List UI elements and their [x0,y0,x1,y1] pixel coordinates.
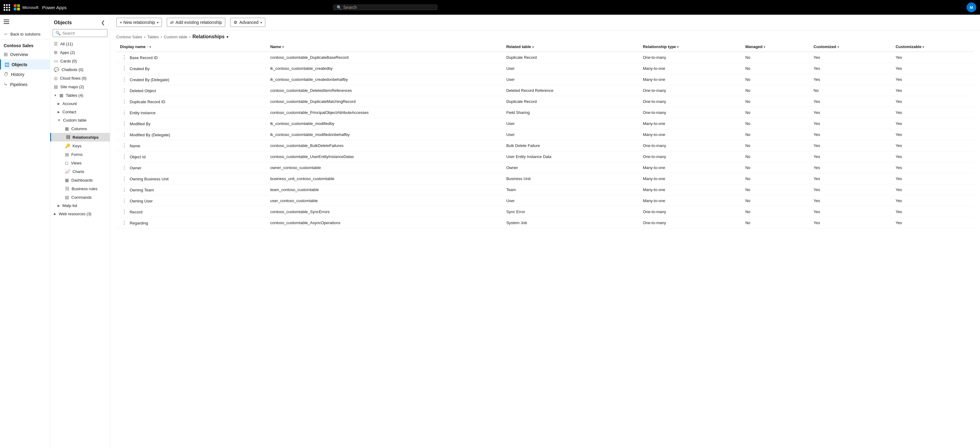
sidebar-item-objects-label: Objects [12,62,27,67]
breadcrumb-custom-table[interactable]: Custom table [164,35,187,39]
commands-icon: ▤ [65,195,69,200]
cell-related-table: User [503,129,639,140]
sidebar-item-pipelines[interactable]: ⤷ Pipelines [0,79,50,89]
advanced-button[interactable]: ⚙ Advanced ▾ [230,18,265,27]
relationship-type-value: Many-to-one [643,132,665,137]
related-table-value: Team [506,187,516,192]
customizable-filter-icon[interactable]: ▾ [923,45,924,49]
objects-list-item-account[interactable]: ▶ Account [50,99,110,108]
table-row: ⋮ Deleted Object contoso_customtable_Del… [116,85,974,96]
breadcrumb-tables[interactable]: Tables [147,35,159,39]
sidebar-item-overview-label: Overview [10,52,28,57]
breadcrumb-current: Relationships [192,34,225,40]
objects-item-webresources-label: Web resources (3) [59,212,92,216]
objects-list-item-sitemaps[interactable]: ▤ Site maps (2) [50,82,110,91]
sidebar-item-overview[interactable]: ⊞ Overview [0,49,50,59]
cell-related-table: Duplicate Record [503,96,639,107]
managed-value: No [745,88,751,93]
objects-list-item-charts[interactable]: 📈 Charts [50,167,110,176]
display-name-filter-icon[interactable]: ▾ [150,45,151,49]
sidebar-item-history-label: History [11,72,24,77]
objects-list-item-commands[interactable]: ▤ Commands [50,193,110,201]
table-row: ⋮ Created By lk_contoso_customtable_crea… [116,63,974,74]
objects-list-item-cloudflows[interactable]: ◎ Cloud flows (0) [50,74,110,82]
row-menu-dots[interactable]: ⋮ [120,209,129,215]
objects-list-item-tables[interactable]: ▼ ▦ Tables (4) [50,91,110,99]
search-bar[interactable]: 🔍 [333,5,438,10]
collapse-panel-button[interactable]: ❮ [100,18,106,27]
hamburger-button[interactable] [0,17,50,26]
relationships-icon: ⛓ [66,135,70,140]
main-layout: ← Back to solutions Contoso Sales ⊞ Over… [0,15,980,448]
row-menu-dots[interactable]: ⋮ [120,98,129,105]
row-menu-dots[interactable]: ⋮ [120,175,129,182]
col-header-relationship-type[interactable]: Relationship type ▾ [639,42,741,52]
search-input[interactable] [344,5,434,10]
row-menu-dots[interactable]: ⋮ [120,142,129,149]
customizable-value: Yes [896,220,902,225]
objects-list-item-dashboards[interactable]: ▦ Dashboards [50,176,110,184]
objects-item-apps-label: Apps (2) [60,50,75,55]
objects-list-item-webresources[interactable]: ▶ Web resources (3) [50,210,110,218]
objects-list-item-maplist[interactable]: ▶ Matp list [50,201,110,210]
row-menu-dots[interactable]: ⋮ [120,120,129,127]
col-header-name[interactable]: Name ▾ [267,42,503,52]
row-menu-dots[interactable]: ⋮ [120,54,129,61]
row-menu-dots[interactable]: ⋮ [120,87,129,94]
row-menu-dots[interactable]: ⋮ [120,65,129,72]
objects-list-item-columns[interactable]: ▦ Columns [50,124,110,133]
relationship-type-filter-icon[interactable]: ▾ [677,45,679,49]
related-table-filter-icon[interactable]: ▾ [532,45,534,49]
row-menu-dots[interactable]: ⋮ [120,109,129,116]
objects-list-item-customtable[interactable]: ▼ Custom table [50,116,110,124]
objects-list-item-cards[interactable]: ▭ Cards (0) [50,57,110,65]
sidebar-item-objects[interactable]: ◫ Objects [0,59,50,70]
cell-managed: No [741,129,810,140]
row-menu-dots[interactable]: ⋮ [120,187,129,193]
related-table-value: User [506,66,514,71]
name-filter-icon[interactable]: ▾ [282,45,284,49]
customized-filter-icon[interactable]: ▾ [837,45,839,49]
objects-search-box[interactable]: 🔍 [52,29,107,37]
objects-list-item-keys[interactable]: 🔑 Keys [50,142,110,150]
objects-list-item-contact[interactable]: ▶ Contact [50,108,110,116]
row-menu-dots[interactable]: ⋮ [120,198,129,204]
row-menu-dots[interactable]: ⋮ [120,131,129,138]
name-value: owner_contoso_customtable [270,165,321,170]
objects-list-item-relationships[interactable]: ⛓ Relationships [50,133,110,142]
col-header-managed[interactable]: Managed ▾ [741,42,810,52]
objects-list-item-forms[interactable]: ▤ Forms [50,150,110,159]
objects-list-item-chatbots[interactable]: 💬 Chatbots (0) [50,65,110,74]
col-header-display-name[interactable]: Display name ↑ ▾ [116,42,267,52]
cell-display-name: ⋮ Owner [116,162,267,173]
objects-list-item-views[interactable]: ◻ Views [50,159,110,167]
cell-customizable: Yes [892,206,974,217]
col-header-customized[interactable]: Customized ▾ [810,42,892,52]
col-header-related-table[interactable]: Related table ▾ [503,42,639,52]
managed-filter-icon[interactable]: ▾ [764,45,765,49]
objects-item-cards-label: Cards (0) [60,59,77,64]
objects-list-item-businessrules[interactable]: ⛓ Business rules [50,184,110,193]
table-row: ⋮ Owning Business Unit business_unit_con… [116,173,974,184]
sidebar: ← Back to solutions Contoso Sales ⊞ Over… [0,15,50,448]
cell-relationship-type: One-to-many [639,107,741,118]
breadcrumb-contoso-sales[interactable]: Contoso Sales [116,35,142,39]
back-to-solutions[interactable]: ← Back to solutions [0,29,50,40]
cell-display-name: ⋮ Modified By [116,118,267,129]
objects-search-input[interactable] [62,31,105,35]
sidebar-item-history[interactable]: ⏱ History [0,70,50,79]
row-menu-dots[interactable]: ⋮ [120,76,129,83]
breadcrumb-dropdown-icon[interactable]: ▾ [226,35,229,39]
grid-icon[interactable] [4,4,10,11]
objects-list-item-all[interactable]: ☰ All (11) [50,40,110,48]
col-header-customizable[interactable]: Customizable ▾ [892,42,974,52]
cell-related-table: Field Sharing [503,107,639,118]
row-menu-dots[interactable]: ⋮ [120,220,129,226]
new-relationship-button[interactable]: + New relationship ▾ [116,18,162,27]
row-menu-dots[interactable]: ⋮ [120,164,129,171]
objects-list-item-apps[interactable]: ⊞ Apps (2) [50,48,110,57]
add-existing-relationship-button[interactable]: ⇄ Add existing relationship [167,18,226,27]
cell-display-name: ⋮ Duplicate Record ID [116,96,267,107]
avatar[interactable]: M [967,2,976,12]
row-menu-dots[interactable]: ⋮ [120,153,129,160]
